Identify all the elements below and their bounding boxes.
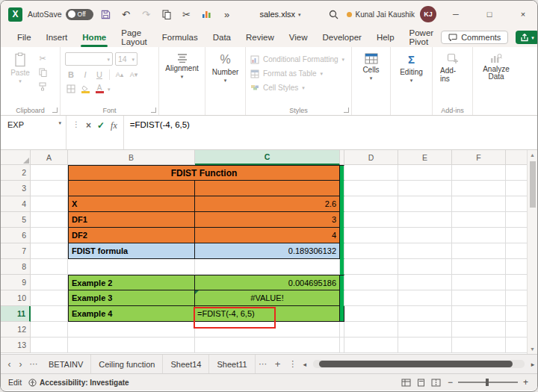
tab-power-pivot[interactable]: Power Pivot xyxy=(402,28,442,47)
cell[interactable] xyxy=(344,337,398,353)
horizontal-scroll-thumb[interactable] xyxy=(319,361,513,367)
dialog-launcher-icon[interactable] xyxy=(344,108,349,113)
zoom-slider[interactable] xyxy=(458,382,518,383)
row-header-4[interactable]: 4 xyxy=(1,196,31,212)
grow-font-icon[interactable]: A▴ xyxy=(114,69,126,80)
vertical-scrollbar[interactable]: ▲ ▼ xyxy=(527,150,537,354)
font-color-icon[interactable]: A xyxy=(93,84,105,94)
cell[interactable] xyxy=(398,228,452,243)
formula-input[interactable]: =FDIST(-4, 6,5) xyxy=(124,116,537,149)
cell-B2-C2-merged[interactable]: FDIST Function xyxy=(68,165,340,181)
cell[interactable] xyxy=(31,306,68,322)
dialog-launcher-icon[interactable] xyxy=(52,108,58,113)
cell[interactable] xyxy=(398,322,452,337)
alignment-button[interactable]: Alignment ▾ xyxy=(164,50,200,79)
cell-C11-active[interactable]: =FDIST(-4, 6,5) xyxy=(195,306,340,322)
select-all-corner[interactable] xyxy=(1,150,31,165)
redo-icon[interactable]: ↷ xyxy=(139,9,154,20)
row-header-7[interactable]: 7 xyxy=(1,243,31,259)
cell[interactable] xyxy=(344,259,398,275)
row-header-10[interactable]: 10 xyxy=(1,290,31,306)
borders-icon[interactable] xyxy=(65,84,77,94)
cell-B11[interactable]: Example 4 xyxy=(68,306,195,322)
column-header-D[interactable]: D xyxy=(344,150,398,165)
excel-logo-icon[interactable]: X xyxy=(8,7,22,22)
cell[interactable] xyxy=(31,275,68,290)
cell-C13[interactable] xyxy=(195,337,340,353)
cell[interactable] xyxy=(398,275,452,290)
cell[interactable] xyxy=(452,165,506,181)
row-header-11[interactable]: 11 xyxy=(1,306,31,322)
tab-data[interactable]: Data xyxy=(205,28,238,47)
font-name-select[interactable]: ▾ xyxy=(65,52,113,66)
cell[interactable] xyxy=(398,259,452,275)
chevron-down-icon[interactable]: ▾ xyxy=(58,120,61,125)
tab-formulas[interactable]: Formulas xyxy=(155,28,205,47)
tab-developer[interactable]: Developer xyxy=(315,28,368,47)
cell[interactable] xyxy=(344,165,398,181)
cell-C4[interactable]: 2.6 xyxy=(195,196,340,212)
cell-C9[interactable]: 0.004695186 xyxy=(195,275,340,290)
cell-styles-button[interactable]: Cell Styles ▾ xyxy=(250,81,344,94)
cell[interactable] xyxy=(398,243,452,259)
cell[interactable] xyxy=(31,322,68,337)
autosave-toggle[interactable]: Off xyxy=(66,9,93,20)
column-header-B[interactable]: B xyxy=(68,150,195,165)
cell[interactable] xyxy=(344,181,398,196)
comments-button[interactable]: Comments xyxy=(441,31,508,44)
sheet-tab-betainv[interactable]: BETAINV xyxy=(41,355,91,373)
accessibility-status[interactable]: Accessibility: Investigate xyxy=(28,379,129,387)
cell-B12[interactable] xyxy=(68,322,195,337)
cell-B9[interactable]: Example 2 xyxy=(68,275,195,290)
cell[interactable] xyxy=(344,275,398,290)
scroll-up-icon[interactable]: ▲ xyxy=(530,150,535,160)
cell[interactable] xyxy=(398,196,452,212)
new-sheet-button[interactable]: + xyxy=(270,358,285,370)
cell-B3[interactable] xyxy=(68,181,195,196)
paste-button[interactable]: Paste ▾ xyxy=(5,50,35,84)
close-button[interactable]: × xyxy=(509,1,537,28)
cell-B13[interactable] xyxy=(68,337,195,353)
cell[interactable] xyxy=(31,337,68,353)
cell[interactable] xyxy=(398,306,452,322)
format-as-table-button[interactable]: Format as Table ▾ xyxy=(250,67,344,80)
formula-bar-options-icon[interactable]: ⋮ xyxy=(72,120,80,128)
cell[interactable] xyxy=(31,212,68,228)
cell[interactable] xyxy=(344,212,398,228)
cell[interactable] xyxy=(398,165,452,181)
row-header-6[interactable]: 6 xyxy=(1,228,31,243)
cell[interactable] xyxy=(344,306,398,322)
zoom-slider-knob[interactable] xyxy=(486,379,489,386)
account-chip[interactable]: Kunal Jai Kaushik xyxy=(347,10,415,19)
cell[interactable] xyxy=(31,181,68,196)
undo-icon[interactable]: ↶ xyxy=(119,9,134,20)
italic-button[interactable]: I xyxy=(79,69,91,80)
avatar[interactable]: KJ xyxy=(420,6,436,22)
more-sheets-icon[interactable]: ⋯ xyxy=(26,359,41,369)
cell[interactable] xyxy=(452,290,506,306)
cell[interactable] xyxy=(31,243,68,259)
column-header-A[interactable]: A xyxy=(31,150,68,165)
horizontal-scrollbar[interactable] xyxy=(313,360,525,368)
editing-button[interactable]: Σ Editing ▾ xyxy=(395,50,427,83)
autosave-control[interactable]: AutoSave Off xyxy=(28,9,93,20)
name-box[interactable]: EXP ▾ xyxy=(1,116,67,149)
normal-view-icon[interactable] xyxy=(401,379,411,387)
cell[interactable] xyxy=(344,322,398,337)
more-commands-icon[interactable]: » xyxy=(220,9,235,20)
column-header-C[interactable]: C xyxy=(195,150,340,165)
row-header-3[interactable]: 3 xyxy=(1,181,31,196)
cell-C8[interactable] xyxy=(195,259,340,275)
more-sheets-icon[interactable]: ⋯ xyxy=(256,359,270,369)
enter-icon[interactable]: ✓ xyxy=(97,120,105,131)
minimize-button[interactable]: ─ xyxy=(442,1,470,28)
sheet-tab-ceiling-function[interactable]: Ceiling function xyxy=(91,355,163,373)
cell[interactable] xyxy=(31,165,68,181)
dialog-launcher-icon[interactable] xyxy=(151,108,156,113)
chart-icon[interactable] xyxy=(200,10,214,19)
cell[interactable] xyxy=(398,181,452,196)
tab-file[interactable]: File xyxy=(10,28,39,47)
conditional-formatting-button[interactable]: Conditional Formatting ▾ xyxy=(250,53,344,66)
cell[interactable] xyxy=(452,322,506,337)
analyze-data-button[interactable]: Analyze Data xyxy=(477,50,515,81)
